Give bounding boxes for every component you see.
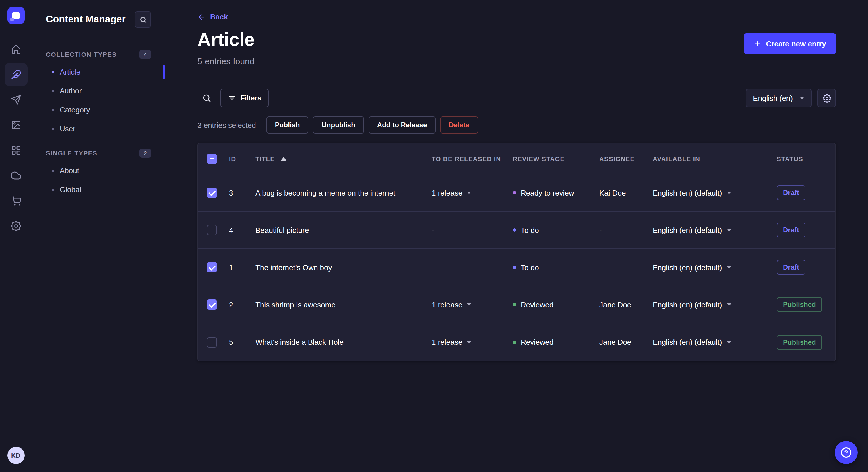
sidebar-item-about[interactable]: About — [32, 161, 165, 180]
select-all-checkbox[interactable] — [207, 154, 217, 164]
unpublish-button[interactable]: Unpublish — [313, 116, 364, 134]
sidebar-search-button[interactable] — [135, 11, 151, 28]
help-button[interactable]: ? — [835, 441, 858, 464]
review-stage-label: Reviewed — [521, 300, 553, 309]
cell-release[interactable]: 1 release — [428, 338, 509, 346]
cell-review-stage: Ready to review — [509, 189, 596, 197]
review-stage-dot — [513, 303, 516, 306]
marketplace-cart-icon[interactable] — [4, 189, 27, 212]
main-content: Back Article 5 entries found Create new … — [165, 0, 868, 472]
sidebar-item-global[interactable]: Global — [32, 180, 165, 199]
locale-value: English (en) (default) — [653, 300, 722, 309]
column-header-assignee[interactable]: ASSIGNEE — [596, 155, 649, 162]
column-header-status[interactable]: STATUS — [773, 155, 835, 162]
table-row[interactable]: 2 This shrimp is awesome 1 release Revie… — [198, 286, 835, 324]
locale-select[interactable]: English (en) — [745, 89, 812, 107]
cell-available-in[interactable]: English (en) (default) — [649, 189, 773, 197]
column-header-id[interactable]: ID — [226, 155, 252, 162]
back-link[interactable]: Back — [197, 12, 228, 21]
sidebar-item-article[interactable]: Article — [32, 63, 165, 81]
page-title: Article — [197, 30, 255, 49]
releases-icon[interactable] — [4, 88, 27, 111]
status-badge[interactable]: Published — [777, 297, 823, 312]
sidebar-item-category[interactable]: Category — [32, 100, 165, 119]
column-header-review-stage[interactable]: REVIEW STAGE — [509, 155, 596, 162]
deploy-cloud-icon[interactable] — [4, 164, 27, 187]
question-mark-icon: ? — [841, 447, 851, 458]
delete-button[interactable]: Delete — [440, 116, 478, 134]
status-badge[interactable]: Draft — [777, 260, 805, 275]
section-label: SINGLE TYPES — [46, 150, 97, 157]
status-badge[interactable]: Published — [777, 335, 823, 349]
content-manager-sidebar: Content Manager COLLECTION TYPES 4 Artic… — [32, 0, 165, 472]
add-to-release-button[interactable]: Add to Release — [369, 116, 435, 134]
cell-release[interactable]: 1 release — [428, 189, 509, 197]
cell-title: This shrimp is awesome — [252, 300, 428, 309]
cell-assignee: - — [596, 263, 649, 272]
table-row[interactable]: 5 What's inside a Black Hole 1 release R… — [198, 324, 835, 361]
home-icon[interactable] — [4, 38, 27, 61]
cell-release[interactable]: 1 release — [428, 300, 509, 309]
cell-available-in[interactable]: English (en) (default) — [649, 263, 773, 272]
selection-count: 3 entries selected — [197, 121, 256, 129]
filter-icon — [228, 94, 236, 102]
locale-caret-icon — [726, 229, 731, 231]
user-avatar[interactable]: KD — [7, 447, 24, 464]
cell-review-stage: Reviewed — [509, 300, 596, 309]
back-arrow-icon — [197, 13, 206, 21]
cell-assignee: Jane Doe — [596, 300, 649, 309]
review-stage-label: Reviewed — [521, 338, 553, 346]
search-button[interactable] — [197, 89, 216, 107]
status-badge[interactable]: Draft — [777, 185, 805, 200]
content-manager-icon[interactable] — [4, 63, 27, 86]
create-new-entry-button[interactable]: Create new entry — [744, 33, 836, 54]
cell-available-in[interactable]: English (en) (default) — [649, 300, 773, 309]
review-stage-dot — [513, 266, 516, 269]
strapi-logo[interactable] — [7, 7, 24, 24]
sidebar-item-user[interactable]: User — [32, 119, 165, 138]
cell-assignee: - — [596, 226, 649, 234]
release-value: 1 release — [432, 300, 462, 309]
cell-available-in[interactable]: English (en) (default) — [649, 226, 773, 234]
cell-release[interactable]: - — [428, 263, 509, 272]
row-checkbox[interactable] — [207, 262, 217, 272]
cell-id: 5 — [226, 338, 252, 346]
sidebar-item-label: Article — [60, 68, 81, 76]
row-checkbox[interactable] — [207, 225, 217, 235]
section-count-badge: 2 — [140, 148, 151, 158]
table-row[interactable]: 4 Beautiful picture - To do - English (e… — [198, 212, 835, 249]
media-library-icon[interactable] — [4, 113, 27, 136]
cell-title: The internet's Own boy — [252, 263, 428, 272]
row-checkbox[interactable] — [207, 337, 217, 347]
table-row[interactable]: 1 The internet's Own boy - To do - Engli… — [198, 249, 835, 286]
column-header-release[interactable]: TO BE RELEASED IN — [428, 155, 509, 162]
cell-available-in[interactable]: English (en) (default) — [649, 338, 773, 346]
row-checkbox[interactable] — [207, 188, 217, 198]
settings-gear-icon[interactable] — [4, 214, 27, 237]
sidebar-item-label: Global — [60, 185, 81, 194]
sidebar-sections: COLLECTION TYPES 4 Article Author Catego… — [32, 45, 165, 205]
release-caret-icon — [467, 341, 472, 343]
section-items: Article Author Category User — [32, 63, 165, 138]
release-value: - — [432, 226, 434, 234]
cell-title: A bug is becoming a meme on the internet — [252, 189, 428, 197]
sidebar-item-author[interactable]: Author — [32, 81, 165, 100]
row-checkbox[interactable] — [207, 299, 217, 310]
cell-title: Beautiful picture — [252, 226, 428, 234]
locale-caret-icon — [726, 266, 731, 268]
cell-release[interactable]: - — [428, 226, 509, 234]
publish-button[interactable]: Publish — [267, 116, 309, 134]
column-header-available-in[interactable]: AVAILABLE IN — [649, 155, 773, 162]
locale-value: English (en) (default) — [653, 263, 722, 272]
sidebar-divider — [46, 38, 60, 38]
release-caret-icon — [467, 303, 472, 306]
review-stage-label: To do — [521, 226, 539, 234]
status-badge[interactable]: Draft — [777, 223, 805, 237]
view-settings-button[interactable] — [817, 89, 836, 107]
content-type-builder-icon[interactable] — [4, 139, 27, 162]
table-row[interactable]: 3 A bug is becoming a meme on the intern… — [198, 174, 835, 212]
sidebar-item-label: Author — [60, 87, 82, 95]
column-header-title[interactable]: TITLE — [252, 155, 428, 162]
filters-button[interactable]: Filters — [220, 89, 269, 107]
cell-review-stage: To do — [509, 263, 596, 272]
